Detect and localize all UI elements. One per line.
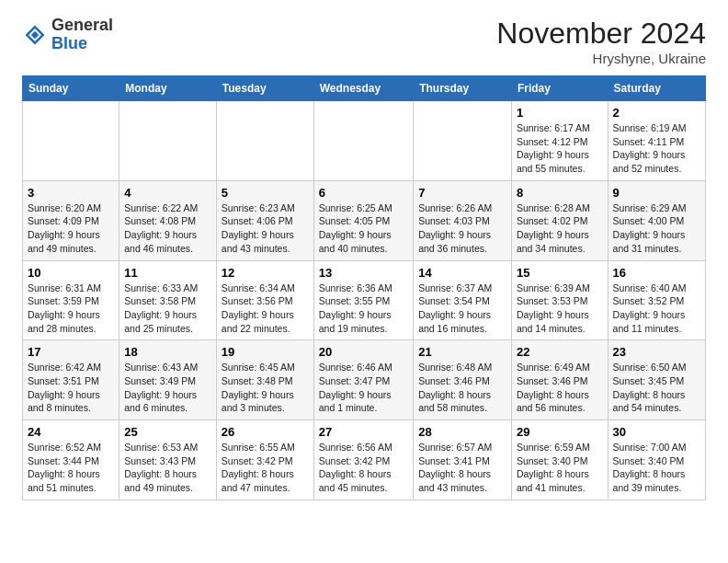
calendar-cell: 11Sunrise: 6:33 AMSunset: 3:58 PMDayligh…	[119, 260, 217, 340]
day-info: Sunrise: 6:52 AMSunset: 3:44 PMDaylight:…	[28, 441, 114, 495]
calendar-cell: 16Sunrise: 6:40 AMSunset: 3:52 PMDayligh…	[608, 260, 705, 340]
weekday-header-tuesday: Tuesday	[216, 76, 313, 101]
location-title: Hryshyne, Ukraine	[496, 51, 706, 66]
day-info: Sunrise: 6:20 AMSunset: 4:09 PMDaylight:…	[28, 201, 114, 256]
day-number: 20	[319, 345, 408, 359]
calendar-week-row: 3Sunrise: 6:20 AMSunset: 4:09 PMDaylight…	[23, 180, 706, 260]
weekday-header-wednesday: Wednesday	[313, 76, 413, 101]
day-number: 14	[418, 266, 506, 280]
day-info: Sunrise: 6:53 AMSunset: 3:43 PMDaylight:…	[124, 441, 211, 495]
month-title: November 2024	[496, 17, 706, 51]
day-number: 19	[222, 345, 309, 359]
day-info: Sunrise: 6:49 AMSunset: 3:46 PMDaylight:…	[517, 361, 603, 415]
title-block: November 2024 Hryshyne, Ukraine	[496, 17, 706, 66]
logo-icon	[22, 22, 48, 48]
calendar-cell: 7Sunrise: 6:26 AMSunset: 4:03 PMDaylight…	[414, 180, 512, 260]
day-info: Sunrise: 6:25 AMSunset: 4:05 PMDaylight:…	[319, 201, 408, 256]
calendar-cell: 3Sunrise: 6:20 AMSunset: 4:09 PMDaylight…	[23, 180, 119, 260]
day-info: Sunrise: 6:45 AMSunset: 3:48 PMDaylight:…	[222, 361, 309, 415]
weekday-header-thursday: Thursday	[414, 76, 512, 101]
calendar-cell: 20Sunrise: 6:46 AMSunset: 3:47 PMDayligh…	[313, 340, 413, 420]
day-info: Sunrise: 6:48 AMSunset: 3:46 PMDaylight:…	[418, 361, 506, 415]
calendar-cell: 6Sunrise: 6:25 AMSunset: 4:05 PMDaylight…	[313, 180, 413, 260]
calendar-cell: 17Sunrise: 6:42 AMSunset: 3:51 PMDayligh…	[23, 340, 119, 420]
calendar-cell: 1Sunrise: 6:17 AMSunset: 4:12 PMDaylight…	[511, 101, 608, 181]
calendar-cell: 13Sunrise: 6:36 AMSunset: 3:55 PMDayligh…	[313, 260, 413, 340]
logo: General Blue	[22, 17, 113, 53]
day-number: 1	[517, 106, 603, 120]
calendar-cell	[216, 101, 313, 181]
calendar-cell: 15Sunrise: 6:39 AMSunset: 3:53 PMDayligh…	[511, 260, 608, 340]
day-number: 21	[418, 345, 506, 359]
day-info: Sunrise: 6:40 AMSunset: 3:52 PMDaylight:…	[613, 282, 700, 336]
calendar-cell: 9Sunrise: 6:29 AMSunset: 4:00 PMDaylight…	[608, 180, 705, 260]
day-number: 9	[613, 186, 700, 200]
day-number: 22	[517, 345, 603, 359]
day-number: 26	[222, 425, 309, 439]
day-number: 6	[319, 186, 408, 200]
day-number: 27	[319, 425, 408, 439]
calendar-cell	[23, 101, 119, 181]
calendar-week-row: 24Sunrise: 6:52 AMSunset: 3:44 PMDayligh…	[23, 420, 706, 500]
day-number: 5	[222, 186, 309, 200]
day-number: 10	[28, 266, 114, 280]
calendar-cell: 23Sunrise: 6:50 AMSunset: 3:45 PMDayligh…	[608, 340, 705, 420]
calendar-cell: 14Sunrise: 6:37 AMSunset: 3:54 PMDayligh…	[414, 260, 512, 340]
weekday-header-saturday: Saturday	[608, 76, 705, 101]
weekday-header-friday: Friday	[511, 76, 608, 101]
day-number: 28	[418, 425, 506, 439]
weekday-header-sunday: Sunday	[23, 76, 119, 101]
day-info: Sunrise: 6:34 AMSunset: 3:56 PMDaylight:…	[222, 282, 309, 336]
day-number: 4	[124, 186, 211, 200]
calendar-table: SundayMondayTuesdayWednesdayThursdayFrid…	[22, 75, 706, 500]
calendar-cell	[119, 101, 217, 181]
day-info: Sunrise: 6:26 AMSunset: 4:03 PMDaylight:…	[418, 201, 506, 256]
day-info: Sunrise: 6:36 AMSunset: 3:55 PMDaylight:…	[319, 282, 408, 336]
day-number: 12	[222, 266, 309, 280]
calendar-cell: 5Sunrise: 6:23 AMSunset: 4:06 PMDaylight…	[216, 180, 313, 260]
calendar-cell: 27Sunrise: 6:56 AMSunset: 3:42 PMDayligh…	[313, 420, 413, 500]
day-number: 24	[28, 425, 114, 439]
calendar-week-row: 10Sunrise: 6:31 AMSunset: 3:59 PMDayligh…	[23, 260, 706, 340]
weekday-header-monday: Monday	[119, 76, 217, 101]
calendar-cell	[313, 101, 413, 181]
day-info: Sunrise: 6:39 AMSunset: 3:53 PMDaylight:…	[517, 282, 603, 336]
day-info: Sunrise: 6:50 AMSunset: 3:45 PMDaylight:…	[613, 361, 700, 415]
day-info: Sunrise: 7:00 AMSunset: 3:40 PMDaylight:…	[613, 441, 700, 495]
calendar-cell	[414, 101, 512, 181]
calendar-week-row: 1Sunrise: 6:17 AMSunset: 4:12 PMDaylight…	[23, 101, 706, 181]
calendar-cell: 25Sunrise: 6:53 AMSunset: 3:43 PMDayligh…	[119, 420, 217, 500]
calendar-cell: 26Sunrise: 6:55 AMSunset: 3:42 PMDayligh…	[216, 420, 313, 500]
calendar-cell: 30Sunrise: 7:00 AMSunset: 3:40 PMDayligh…	[608, 420, 705, 500]
logo-blue: Blue	[51, 34, 87, 52]
day-number: 11	[124, 266, 211, 280]
calendar-cell: 2Sunrise: 6:19 AMSunset: 4:11 PMDaylight…	[608, 101, 705, 181]
day-info: Sunrise: 6:43 AMSunset: 3:49 PMDaylight:…	[124, 361, 211, 415]
day-number: 2	[613, 106, 700, 120]
day-number: 30	[613, 425, 700, 439]
day-number: 18	[124, 345, 211, 359]
day-number: 3	[28, 186, 114, 200]
day-info: Sunrise: 6:23 AMSunset: 4:06 PMDaylight:…	[222, 201, 309, 256]
weekday-header-row: SundayMondayTuesdayWednesdayThursdayFrid…	[23, 76, 706, 101]
calendar-cell: 19Sunrise: 6:45 AMSunset: 3:48 PMDayligh…	[216, 340, 313, 420]
calendar-cell: 4Sunrise: 6:22 AMSunset: 4:08 PMDaylight…	[119, 180, 217, 260]
calendar-cell: 12Sunrise: 6:34 AMSunset: 3:56 PMDayligh…	[216, 260, 313, 340]
day-info: Sunrise: 6:37 AMSunset: 3:54 PMDaylight:…	[418, 282, 506, 336]
day-number: 13	[319, 266, 408, 280]
logo-general: General	[51, 16, 113, 34]
day-info: Sunrise: 6:33 AMSunset: 3:58 PMDaylight:…	[124, 282, 211, 336]
day-info: Sunrise: 6:42 AMSunset: 3:51 PMDaylight:…	[28, 361, 114, 415]
page-header: General Blue November 2024 Hryshyne, Ukr…	[0, 0, 728, 75]
day-info: Sunrise: 6:28 AMSunset: 4:02 PMDaylight:…	[517, 201, 603, 256]
day-info: Sunrise: 6:56 AMSunset: 3:42 PMDaylight:…	[319, 441, 408, 495]
calendar-cell: 28Sunrise: 6:57 AMSunset: 3:41 PMDayligh…	[414, 420, 512, 500]
day-number: 16	[613, 266, 700, 280]
calendar-cell: 10Sunrise: 6:31 AMSunset: 3:59 PMDayligh…	[23, 260, 119, 340]
calendar-cell: 29Sunrise: 6:59 AMSunset: 3:40 PMDayligh…	[511, 420, 608, 500]
day-info: Sunrise: 6:57 AMSunset: 3:41 PMDaylight:…	[418, 441, 506, 495]
day-number: 17	[28, 345, 114, 359]
calendar-cell: 21Sunrise: 6:48 AMSunset: 3:46 PMDayligh…	[414, 340, 512, 420]
calendar-cell: 18Sunrise: 6:43 AMSunset: 3:49 PMDayligh…	[119, 340, 217, 420]
day-info: Sunrise: 6:29 AMSunset: 4:00 PMDaylight:…	[613, 201, 700, 256]
